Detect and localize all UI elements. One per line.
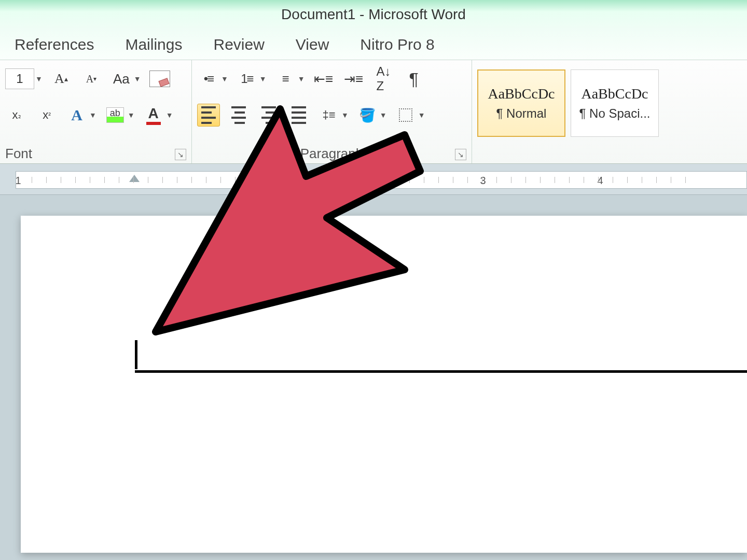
horizontal-line: [135, 370, 747, 373]
borders-button[interactable]: ▼: [394, 104, 425, 127]
align-left-icon: [201, 105, 216, 125]
text-effects-button[interactable]: A▼: [65, 104, 96, 127]
paragraph-group: •≡▼ 1≡▼ ≡▼ ⇤≡ ⇥≡ A↓Z ¶: [192, 60, 472, 163]
tab-mailings[interactable]: Mailings: [125, 36, 182, 53]
styles-group: AaBbCcDc ¶ Normal AaBbCcDc ¶ No Spaci...: [472, 60, 747, 163]
line-spacing-button[interactable]: ‡≡▼: [317, 104, 349, 127]
tab-references[interactable]: References: [15, 36, 94, 53]
align-center-icon: [231, 105, 246, 125]
document-page[interactable]: [21, 216, 747, 553]
chevron-down-icon: ▼: [89, 111, 96, 119]
ribbon-tabs: References Mailings Review View Nitro Pr…: [0, 29, 747, 60]
chevron-down-icon: ▼: [128, 111, 135, 119]
ruler-number: 1: [15, 175, 21, 187]
clear-formatting-button[interactable]: [148, 67, 171, 90]
justify-button[interactable]: [287, 104, 310, 127]
align-center-button[interactable]: [227, 104, 250, 127]
paragraph-group-label: Paragraph: [197, 144, 466, 163]
sort-button[interactable]: A↓Z: [372, 67, 395, 90]
eraser-icon: [149, 71, 170, 87]
chevron-down-icon: ▼: [166, 111, 173, 119]
paint-bucket-icon: 🪣: [356, 104, 379, 127]
numbering-button[interactable]: 1≡▼: [236, 67, 267, 90]
chevron-down-icon: ▼: [134, 75, 141, 83]
align-right-icon: [261, 105, 276, 125]
font-color-button[interactable]: A ▼: [142, 104, 173, 127]
align-right-button[interactable]: [257, 104, 280, 127]
document-area: [0, 195, 747, 560]
font-color-icon: A: [146, 105, 161, 125]
align-left-button[interactable]: [197, 104, 220, 127]
chevron-down-icon: ▼: [221, 75, 228, 83]
font-group-label: Font: [5, 144, 186, 163]
grow-font-button[interactable]: A▴: [50, 67, 73, 90]
bullets-button[interactable]: •≡▼: [197, 67, 228, 90]
ribbon: 1 ▼ A▴ A▾ Aa▼ x₂ x² A▼ ab ▼: [0, 60, 747, 164]
ruler-number: 3: [480, 175, 486, 187]
increase-indent-button[interactable]: ⇥≡: [342, 67, 365, 90]
style-normal[interactable]: AaBbCcDc ¶ Normal: [477, 69, 565, 137]
paragraph-dialog-launcher[interactable]: ↘: [455, 149, 466, 160]
indent-marker-icon[interactable]: [129, 175, 140, 182]
subscript-button[interactable]: x₂: [5, 104, 28, 127]
decrease-indent-button[interactable]: ⇤≡: [312, 67, 335, 90]
chevron-down-icon: ▼: [259, 75, 267, 83]
style-name-label: ¶ No Spaci...: [579, 106, 651, 121]
style-sample: AaBbCcDc: [581, 86, 648, 102]
tab-view[interactable]: View: [296, 36, 329, 53]
chevron-down-icon: ▼: [380, 111, 387, 119]
style-sample: AaBbCcDc: [488, 86, 555, 102]
ruler-area: 1 3 4: [0, 164, 747, 195]
superscript-button[interactable]: x²: [35, 104, 58, 127]
show-hide-marks-button[interactable]: ¶: [403, 67, 425, 90]
chevron-down-icon: ▼: [341, 111, 349, 119]
chevron-down-icon: ▼: [35, 75, 43, 83]
highlight-color-button[interactable]: ab ▼: [104, 104, 135, 127]
font-size-value: 1: [16, 72, 23, 86]
tab-review[interactable]: Review: [213, 36, 264, 53]
justify-icon: [292, 105, 306, 125]
multilevel-list-button[interactable]: ≡▼: [274, 67, 305, 90]
font-size-dropdown[interactable]: 1 ▼: [5, 68, 43, 89]
font-group: 1 ▼ A▴ A▾ Aa▼ x₂ x² A▼ ab ▼: [0, 60, 192, 163]
title-bar: Document1 - Microsoft Word: [0, 0, 747, 29]
shrink-font-button[interactable]: A▾: [80, 67, 103, 90]
tab-nitro-pro[interactable]: Nitro Pro 8: [360, 36, 434, 53]
chevron-down-icon: ▼: [298, 75, 305, 83]
style-name-label: ¶ Normal: [496, 106, 547, 121]
style-no-spacing[interactable]: AaBbCcDc ¶ No Spaci...: [571, 69, 659, 137]
horizontal-ruler[interactable]: 1 3 4: [16, 171, 747, 189]
change-case-button[interactable]: Aa▼: [110, 67, 141, 90]
shading-button[interactable]: 🪣▼: [356, 104, 387, 127]
border-icon: [399, 108, 412, 122]
chevron-down-icon: ▼: [418, 111, 425, 119]
window-title: Document1 - Microsoft Word: [281, 6, 466, 23]
text-cursor-icon: [135, 340, 137, 369]
font-dialog-launcher[interactable]: ↘: [175, 149, 186, 160]
highlight-icon: ab: [106, 107, 124, 123]
